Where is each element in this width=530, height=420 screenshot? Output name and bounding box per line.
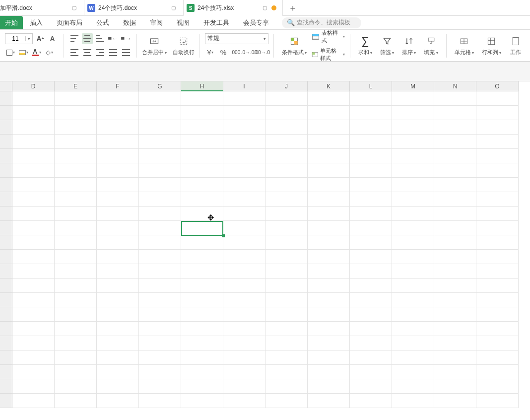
- cell[interactable]: [97, 264, 139, 279]
- cell[interactable]: [97, 207, 139, 221]
- cell[interactable]: [392, 250, 434, 264]
- cell[interactable]: [12, 322, 55, 336]
- cell[interactable]: [392, 163, 434, 178]
- cell[interactable]: [55, 307, 97, 322]
- cell[interactable]: [97, 293, 139, 307]
- cell[interactable]: [55, 178, 97, 192]
- decrease-decimal-button[interactable]: .00→.0: [257, 47, 267, 58]
- cell[interactable]: [265, 120, 308, 135]
- cell[interactable]: [139, 207, 181, 221]
- cell[interactable]: [12, 235, 55, 250]
- column-header-L[interactable]: L: [350, 81, 392, 91]
- cell[interactable]: [265, 307, 308, 322]
- cell[interactable]: [97, 365, 139, 379]
- command-search[interactable]: 🔍 查找命令、搜索模板: [282, 17, 361, 28]
- cell[interactable]: [55, 163, 97, 178]
- cell[interactable]: [55, 293, 97, 307]
- column-header-J[interactable]: J: [265, 81, 308, 91]
- cell[interactable]: [181, 307, 223, 322]
- cell[interactable]: [350, 192, 392, 207]
- cell[interactable]: [181, 279, 223, 293]
- tab-screen-icon[interactable]: ▢: [171, 5, 177, 11]
- cell[interactable]: [476, 192, 519, 207]
- cell[interactable]: [97, 178, 139, 192]
- cell[interactable]: [308, 207, 350, 221]
- align-right-button[interactable]: [95, 47, 106, 58]
- cell[interactable]: [308, 264, 350, 279]
- percent-button[interactable]: %: [218, 47, 229, 58]
- cell[interactable]: [181, 192, 223, 207]
- cell[interactable]: [434, 235, 476, 250]
- cell[interactable]: [12, 135, 55, 149]
- menu-data[interactable]: 数据: [116, 16, 143, 29]
- cell[interactable]: [265, 135, 308, 149]
- cell[interactable]: [12, 178, 55, 192]
- cell[interactable]: [139, 149, 181, 163]
- cell[interactable]: [139, 379, 181, 394]
- cell[interactable]: [392, 350, 434, 365]
- row-header[interactable]: [0, 350, 12, 365]
- cell[interactable]: [181, 207, 223, 221]
- cell[interactable]: [55, 394, 97, 408]
- cell[interactable]: [181, 91, 223, 106]
- row-header[interactable]: [0, 207, 12, 221]
- cell[interactable]: [265, 235, 308, 250]
- cell[interactable]: [350, 235, 392, 250]
- cell[interactable]: [350, 379, 392, 394]
- cell[interactable]: [265, 322, 308, 336]
- cell[interactable]: [181, 235, 223, 250]
- cell[interactable]: [476, 394, 519, 408]
- wrap-text-button[interactable]: 自动换行: [170, 35, 198, 56]
- cell[interactable]: [476, 322, 519, 336]
- cell[interactable]: [12, 91, 55, 106]
- cell[interactable]: [392, 336, 434, 350]
- menu-formula[interactable]: 公式: [89, 16, 116, 29]
- cell[interactable]: [350, 120, 392, 135]
- cell[interactable]: [476, 135, 519, 149]
- column-header-N[interactable]: N: [434, 81, 476, 91]
- cell[interactable]: [12, 365, 55, 379]
- cell[interactable]: [350, 365, 392, 379]
- cell[interactable]: [181, 350, 223, 365]
- cell[interactable]: [350, 279, 392, 293]
- cell[interactable]: [55, 192, 97, 207]
- cell[interactable]: [392, 221, 434, 235]
- cell[interactable]: [223, 322, 265, 336]
- cell[interactable]: [476, 293, 519, 307]
- number-format-combo[interactable]: 常规 ▾: [205, 33, 268, 44]
- cell[interactable]: [139, 192, 181, 207]
- cell[interactable]: [97, 322, 139, 336]
- cell[interactable]: [308, 279, 350, 293]
- column-header-G[interactable]: G: [139, 81, 181, 91]
- cell[interactable]: [12, 264, 55, 279]
- cell[interactable]: [434, 163, 476, 178]
- increase-decimal-button[interactable]: .0→.00: [244, 47, 255, 58]
- cell[interactable]: [392, 307, 434, 322]
- cell[interactable]: [139, 235, 181, 250]
- row-header[interactable]: [0, 235, 12, 250]
- cell[interactable]: [12, 149, 55, 163]
- cell[interactable]: [350, 221, 392, 235]
- cell[interactable]: [308, 149, 350, 163]
- cell[interactable]: [97, 221, 139, 235]
- column-header-F[interactable]: F: [97, 81, 139, 91]
- cell[interactable]: [97, 135, 139, 149]
- cell[interactable]: [350, 207, 392, 221]
- cell[interactable]: [181, 365, 223, 379]
- cell[interactable]: [265, 149, 308, 163]
- align-middle-button[interactable]: [82, 33, 93, 44]
- cell[interactable]: [12, 350, 55, 365]
- fill-button[interactable]: 填充: [421, 35, 441, 56]
- align-top-button[interactable]: [69, 33, 80, 44]
- tab-screen-icon[interactable]: ▢: [72, 5, 78, 11]
- cell[interactable]: [308, 293, 350, 307]
- cell[interactable]: [12, 279, 55, 293]
- cell[interactable]: [265, 264, 308, 279]
- cell[interactable]: [392, 293, 434, 307]
- cell[interactable]: [476, 91, 519, 106]
- cell[interactable]: [12, 106, 55, 120]
- column-header-E[interactable]: E: [55, 81, 97, 91]
- cell[interactable]: [434, 221, 476, 235]
- cell[interactable]: [223, 163, 265, 178]
- row-header[interactable]: [0, 163, 12, 178]
